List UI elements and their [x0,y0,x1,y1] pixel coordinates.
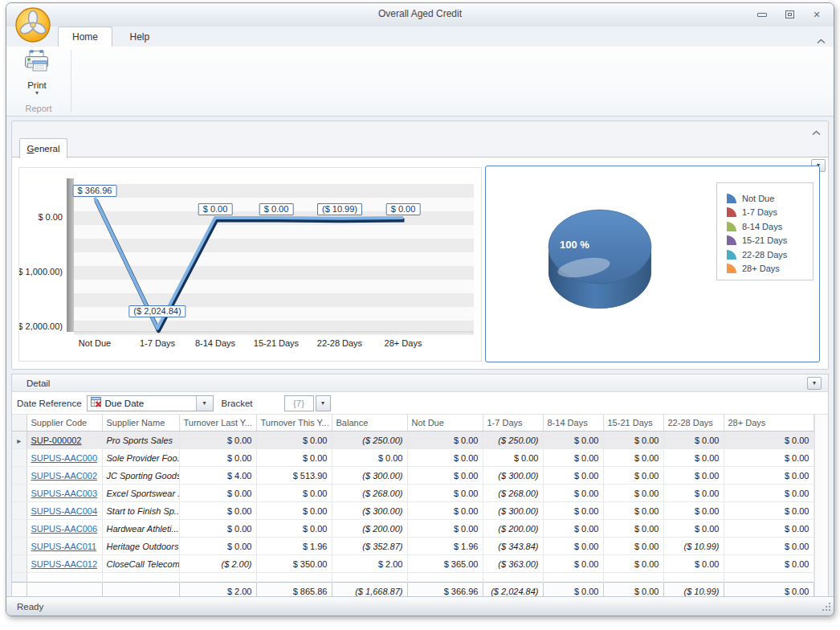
table-row[interactable]: ▸SUP-000002Pro Sports Sales$ 0.00$ 0.00(… [12,432,813,449]
amount-cell[interactable]: $ 350.00 [256,555,332,573]
supplier-name-cell[interactable]: Pro Sports Sales [102,432,179,449]
supplier-code-link[interactable]: SUPUS-AAC004 [31,506,98,516]
amount-cell[interactable]: $ 0.00 [543,538,603,555]
amount-cell[interactable]: $ 4.00 [179,467,256,485]
supplier-code-link[interactable]: SUPUS-AAC003 [31,489,98,498]
amount-cell[interactable]: $ 0.00 [603,502,663,520]
amount-cell[interactable]: ($ 343.84) [483,538,543,555]
amount-cell[interactable]: ($ 250.00) [483,432,543,449]
amount-cell[interactable]: ($ 268.00) [332,485,407,502]
amount-cell[interactable]: $ 0.00 [179,449,256,467]
amount-cell[interactable]: ($ 2.00) [179,555,256,573]
table-row[interactable]: SUPUS-AAC003Excel Sportswear ...$ 0.00$ … [12,485,813,502]
amount-cell[interactable]: $ 0.00 [407,467,483,485]
amount-cell[interactable]: ($ 268.00) [483,485,543,502]
amount-cell[interactable]: $ 0.00 [724,502,813,520]
close-icon[interactable]: ✕ [809,9,824,20]
amount-cell[interactable]: $ 0.00 [179,538,256,555]
amount-cell[interactable]: $ 365.00 [407,555,483,573]
supplier-code-link[interactable]: SUPUS-AAC002 [31,471,98,481]
table-row[interactable]: SUPUS-AAC000Sole Provider Foo...$ 0.00$ … [12,449,813,467]
amount-cell[interactable]: ($ 300.00) [483,502,543,520]
supplier-name-cell[interactable]: CloseCall Telecom [102,555,179,573]
panel-collapse-icon[interactable] [810,125,822,133]
amount-cell[interactable]: $ 0.00 [543,555,603,573]
supplier-name-cell[interactable]: Start to Finish Sp... [102,502,179,520]
tab-help[interactable]: Help [116,27,163,47]
table-row[interactable]: SUPUS-AAC011Heritage Outdoors$ 0.00$ 1.9… [12,538,813,555]
amount-cell[interactable]: ($ 300.00) [332,502,407,520]
amount-cell[interactable]: $ 0.00 [332,449,407,467]
amount-cell[interactable]: $ 0.00 [663,485,724,502]
supplier-name-cell[interactable]: Heritage Outdoors [102,538,179,555]
amount-cell[interactable]: $ 0.00 [256,449,332,467]
print-button[interactable]: Print ▾ [14,50,59,103]
date-reference-arrow-icon[interactable]: ▾ [196,396,213,411]
amount-cell[interactable]: $ 0.00 [663,502,724,520]
tab-general[interactable]: General [19,138,67,158]
amount-cell[interactable]: $ 0.00 [724,449,813,467]
amount-cell[interactable]: $ 0.00 [256,520,332,538]
column-header[interactable]: Turnover Last Y... [179,415,256,432]
column-header[interactable]: 8-14 Days [543,415,603,432]
amount-cell[interactable]: $ 0.00 [543,502,603,520]
bracket-arrow-icon[interactable]: ▾ [316,395,331,411]
app-logo-icon[interactable] [14,6,51,43]
table-row[interactable]: SUPUS-AAC004Start to Finish Sp...$ 0.00$… [12,502,813,520]
amount-cell[interactable]: ($ 363.00) [483,555,543,573]
amount-cell[interactable]: $ 0.00 [179,502,256,520]
date-reference-combo[interactable]: Due Date ▾ [87,395,214,411]
amount-cell[interactable]: ($ 250.00) [332,432,407,449]
amount-cell[interactable]: ($ 300.00) [332,467,407,485]
supplier-code-link[interactable]: SUPUS-AAC012 [31,559,98,569]
amount-cell[interactable]: $ 0.00 [256,432,332,449]
supplier-code-link[interactable]: SUPUS-AAC011 [31,542,97,551]
amount-cell[interactable]: $ 2.00 [332,555,407,573]
amount-cell[interactable]: ($ 352.87) [332,538,407,555]
amount-cell[interactable]: $ 0.00 [603,485,663,502]
amount-cell[interactable]: $ 0.00 [663,449,724,467]
supplier-name-cell[interactable]: Sole Provider Foo... [102,449,179,467]
amount-cell[interactable]: $ 0.00 [407,449,483,467]
amount-cell[interactable]: $ 0.00 [407,485,483,502]
amount-cell[interactable]: $ 0.00 [603,538,663,555]
supplier-code-link[interactable]: SUP-000002 [31,436,82,445]
amount-cell[interactable]: $ 0.00 [724,555,813,573]
amount-cell[interactable]: $ 0.00 [543,485,603,502]
column-header[interactable]: 15-21 Days [603,415,663,432]
amount-cell[interactable]: $ 0.00 [179,520,256,538]
amount-cell[interactable]: ($ 300.00) [483,467,543,485]
amount-cell[interactable]: ($ 200.00) [483,520,543,538]
amount-cell[interactable]: $ 0.00 [543,467,603,485]
vertical-scrollbar[interactable] [814,415,828,600]
column-header[interactable]: 22-28 Days [663,415,724,432]
resize-grip-icon[interactable] [822,603,831,613]
column-header[interactable]: Balance [332,415,407,432]
ribbon-collapse-icon[interactable] [817,33,826,47]
amount-cell[interactable]: ($ 200.00) [332,520,407,538]
amount-cell[interactable]: $ 0.00 [543,520,603,538]
amount-cell[interactable]: $ 0.00 [603,520,663,538]
detail-header[interactable]: Detail ▾ [12,374,828,392]
amount-cell[interactable]: $ 0.00 [663,555,724,573]
amount-cell[interactable]: $ 1.96 [256,538,332,555]
supplier-name-cell[interactable]: Hardwear Athleti... [102,520,179,538]
column-header[interactable]: 28+ Days [724,415,813,432]
print-dropdown-icon[interactable]: ▾ [14,90,59,96]
amount-cell[interactable]: $ 0.00 [407,520,483,538]
column-header[interactable]: Supplier Name [102,415,179,432]
amount-cell[interactable]: $ 0.00 [543,432,603,449]
restore-icon[interactable] [782,9,797,20]
amount-cell[interactable]: $ 0.00 [179,432,256,449]
amount-cell[interactable]: $ 0.00 [663,520,724,538]
amount-cell[interactable]: $ 0.00 [724,485,813,502]
table-row[interactable]: SUPUS-AAC002JC Sporting Goods$ 4.00$ 513… [12,467,813,485]
supplier-code-link[interactable]: SUPUS-AAC006 [31,524,98,534]
amount-cell[interactable]: $ 0.00 [603,555,663,573]
table-row[interactable]: SUPUS-AAC012CloseCall Telecom($ 2.00)$ 3… [12,555,813,573]
column-header[interactable]: Turnover This Y... [256,415,332,432]
amount-cell[interactable]: $ 0.00 [179,485,256,502]
column-header[interactable]: Supplier Code [27,415,102,432]
amount-cell[interactable]: $ 513.90 [256,467,332,485]
column-header[interactable]: 1-7 Days [483,415,543,432]
